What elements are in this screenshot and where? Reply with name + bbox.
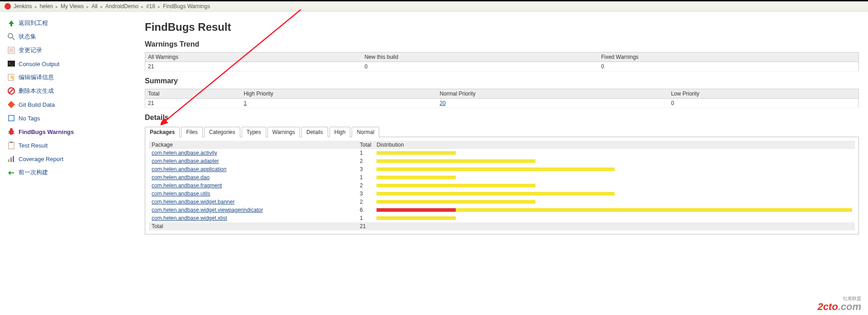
sidebar-link[interactable]: Test Result xyxy=(19,142,48,149)
pkg-cell: com.helen.andbase.dao xyxy=(149,173,357,181)
sidebar-link[interactable]: No Tags xyxy=(19,115,40,122)
trend-header: All Warnings xyxy=(145,52,362,62)
tab-categories[interactable]: Categories xyxy=(204,127,240,137)
tab-packages[interactable]: Packages xyxy=(145,127,180,137)
details-panel: Package Total Distribution com.helen.and… xyxy=(145,137,859,234)
summary-cell: 21 xyxy=(145,99,241,108)
package-link[interactable]: com.helen.andbase.adapter xyxy=(152,158,219,164)
svg-line-10 xyxy=(9,89,14,93)
sidebar-link[interactable]: FindBugs Warnings xyxy=(19,129,74,135)
table-row: com.helen.andbase.widget.banner 2 xyxy=(149,198,855,206)
magnifier-icon xyxy=(7,32,16,41)
no-icon xyxy=(7,86,16,95)
sidebar-item[interactable]: 编辑编译信息 xyxy=(0,71,136,84)
table-row: com.helen.andbase.activity 1 xyxy=(149,149,855,157)
package-link[interactable]: com.helen.andbase.utils xyxy=(152,191,210,197)
pkg-cell: com.helen.andbase.widget.xlist xyxy=(149,214,357,222)
sidebar-item[interactable]: 删除本次生成 xyxy=(0,84,136,98)
bug-icon xyxy=(7,127,16,136)
svg-text:>_: >_ xyxy=(9,62,13,66)
crumb-project[interactable]: AndroidDemo xyxy=(105,3,138,10)
packages-table: Package Total Distribution com.helen.and… xyxy=(149,141,855,230)
trend-header: New this build xyxy=(362,52,598,62)
package-link[interactable]: com.helen.andbase.dao xyxy=(152,174,210,181)
tab-high[interactable]: High xyxy=(329,127,351,137)
tab-details[interactable]: Details xyxy=(301,127,328,137)
table-row: com.helen.andbase.widget.xlist 1 xyxy=(149,214,855,222)
jenkins-icon xyxy=(5,3,11,10)
sidebar-item[interactable]: >_Console Output xyxy=(0,57,136,71)
table-row: com.helen.andbase.widget.viewpagerindica… xyxy=(149,206,855,214)
sidebar-item[interactable]: FindBugs Warnings xyxy=(0,125,136,138)
crumb-page[interactable]: FindBugs Warnings xyxy=(163,3,210,10)
dist-cell xyxy=(374,198,855,206)
sidebar-item[interactable]: 前一次构建 xyxy=(0,166,136,179)
total-value: 21 xyxy=(357,222,374,230)
trend-heading: Warnings Trend xyxy=(145,40,859,48)
total-cell: 6 xyxy=(357,206,374,214)
table-row: com.helen.andbase.utils 3 xyxy=(149,190,855,198)
pkg-cell: com.helen.andbase.adapter xyxy=(149,157,357,165)
sidebar-item[interactable]: Git Build Data xyxy=(0,98,136,111)
summary-link[interactable]: 20 xyxy=(439,100,445,106)
crumb-jenkins[interactable]: Jenkins xyxy=(14,3,32,10)
svg-rect-19 xyxy=(9,142,14,149)
details-heading: Details xyxy=(145,114,859,122)
distribution-bar xyxy=(377,176,852,179)
sidebar-link[interactable]: 删除本次生成 xyxy=(19,87,54,95)
dist-cell xyxy=(374,214,855,222)
tab-types[interactable]: Types xyxy=(242,127,266,137)
svg-line-17 xyxy=(8,133,10,134)
crumb-build[interactable]: #18 xyxy=(146,3,155,10)
total-cell: 1 xyxy=(357,214,374,222)
table-row: com.helen.andbase.dao 1 xyxy=(149,173,855,181)
tab-normal[interactable]: Normal xyxy=(352,127,379,137)
tag-icon xyxy=(7,114,16,123)
sidebar-item[interactable]: 返回到工程 xyxy=(0,16,136,30)
tab-warnings[interactable]: Warnings xyxy=(267,127,300,137)
table-row-total: Total21 xyxy=(149,222,855,230)
package-link[interactable]: com.helen.andbase.fragment xyxy=(152,182,222,189)
dist-cell xyxy=(374,165,855,173)
sidebar-item[interactable]: Coverage Report xyxy=(0,152,136,166)
total-cell: 3 xyxy=(357,165,374,173)
sidebar-link[interactable]: 前一次构建 xyxy=(19,168,48,177)
sidebar-item[interactable]: Test Result xyxy=(0,138,136,152)
notes-icon xyxy=(7,46,16,55)
package-link[interactable]: com.helen.andbase.application xyxy=(152,166,226,172)
package-link[interactable]: com.helen.andbase.activity xyxy=(152,150,217,156)
summary-link[interactable]: 1 xyxy=(243,100,247,106)
crumb-all[interactable]: All xyxy=(91,3,97,10)
package-link[interactable]: com.helen.andbase.widget.banner xyxy=(152,199,234,205)
tab-files[interactable]: Files xyxy=(181,127,202,137)
sidebar: 返回到工程状态集变更记录>_Console Output编辑编译信息删除本次生成… xyxy=(0,12,136,239)
total-cell: 2 xyxy=(357,181,374,190)
package-link[interactable]: com.helen.andbase.widget.viewpagerindica… xyxy=(152,207,263,213)
sidebar-link[interactable]: 返回到工程 xyxy=(19,19,48,27)
pkg-cell: com.helen.andbase.fragment xyxy=(149,181,357,190)
pkg-cell: com.helen.andbase.utils xyxy=(149,190,357,198)
sidebar-link[interactable]: Git Build Data xyxy=(19,101,55,108)
sidebar-link[interactable]: Console Output xyxy=(19,61,59,67)
sidebar-link[interactable]: Coverage Report xyxy=(19,156,63,162)
summary-header: Total xyxy=(145,89,241,99)
svg-line-18 xyxy=(13,133,14,134)
trend-cell: 21 xyxy=(145,62,362,72)
col-package: Package xyxy=(149,141,357,149)
crumb-myviews[interactable]: My Views xyxy=(61,3,84,10)
crumb-user[interactable]: helen xyxy=(40,3,53,10)
sidebar-link[interactable]: 状态集 xyxy=(19,33,36,41)
total-cell: 1 xyxy=(357,173,374,181)
sidebar-item[interactable]: 变更记录 xyxy=(0,43,136,57)
table-row: com.helen.andbase.fragment 2 xyxy=(149,181,855,190)
details-tabs: PackagesFilesCategoriesTypesWarningsDeta… xyxy=(145,126,859,137)
svg-point-14 xyxy=(10,128,13,131)
main-content: FindBugs Result Warnings Trend All Warni… xyxy=(136,12,868,239)
sidebar-item[interactable]: No Tags xyxy=(0,111,136,125)
dist-cell xyxy=(374,173,855,181)
sidebar-link[interactable]: 变更记录 xyxy=(19,46,42,54)
console-icon: >_ xyxy=(7,59,16,68)
sidebar-link[interactable]: 编辑编译信息 xyxy=(19,73,54,81)
package-link[interactable]: com.helen.andbase.widget.xlist xyxy=(152,215,227,221)
sidebar-item[interactable]: 状态集 xyxy=(0,30,136,43)
